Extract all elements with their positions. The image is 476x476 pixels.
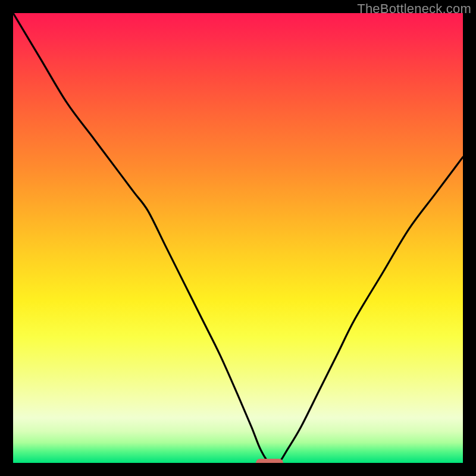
- plot-area: [13, 13, 463, 463]
- chart-frame: TheBottleneck.com: [0, 0, 476, 476]
- bottleneck-curve: [13, 13, 463, 463]
- watermark-text: TheBottleneck.com: [357, 1, 471, 17]
- optimal-marker: [256, 459, 283, 463]
- curve-path: [13, 13, 463, 463]
